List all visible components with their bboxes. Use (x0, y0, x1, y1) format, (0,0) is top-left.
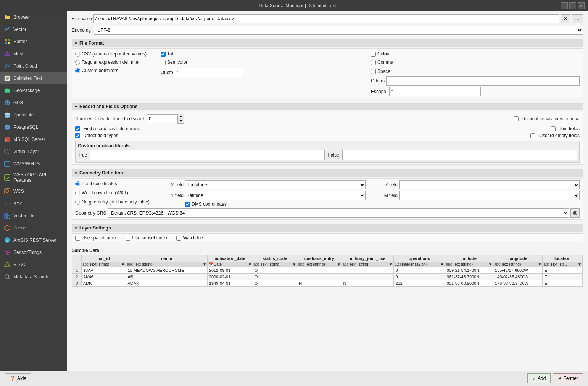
record-fields-section-header[interactable]: ▼ Record and Fields Options (72, 103, 583, 110)
customs-entry-header[interactable]: customs_entry abc Text (string) ▼ (297, 255, 342, 267)
svg-line-48 (8, 278, 10, 279)
spinner-up[interactable]: ▲ (178, 114, 184, 119)
close-button[interactable]: ✕ Fermer (553, 373, 583, 383)
sidebar-item-arcgis-rest[interactable]: A ArcGIS REST Server (0, 234, 67, 246)
scene-icon (3, 224, 11, 232)
sidebar-item-spatialite[interactable]: SpatiaLite (0, 109, 67, 121)
operations-cell: 232 (394, 280, 445, 287)
sidebar-item-stac[interactable]: STAC (0, 258, 67, 271)
sidebar-item-delimited-text[interactable]: Delimited Text (0, 72, 67, 84)
section-arrow: ▼ (74, 41, 78, 45)
sidebar-item-wfs-ogc[interactable]: WFS / OGC API - Features (0, 170, 67, 185)
sidebar-item-geopackage[interactable]: GeoPackage (0, 84, 67, 97)
discard-empty-checkbox[interactable] (530, 133, 535, 138)
status_code-cell: O (253, 280, 297, 287)
true-input[interactable] (90, 150, 325, 160)
crs-select-button[interactable] (570, 208, 580, 218)
detect-field-types-checkbox[interactable] (75, 133, 80, 138)
svg-text:XYZ: XYZ (5, 202, 11, 206)
sidebar-label: GeoPackage (13, 88, 40, 93)
sidebar-item-pointcloud[interactable]: Point Cloud (0, 60, 67, 72)
false-input[interactable] (342, 150, 577, 160)
file-browse-button[interactable]: … (572, 14, 583, 23)
dms-coords-label: DMS coordinates (192, 202, 227, 207)
comma-checkbox[interactable] (371, 60, 376, 65)
colon-checkbox[interactable] (371, 52, 376, 57)
x-field-select[interactable]: longitude (185, 180, 366, 189)
sidebar-item-mesh[interactable]: Mesh (0, 48, 67, 60)
regex-radio[interactable] (75, 60, 80, 65)
status-code-header[interactable]: status_code abc Text (string) ▼ (253, 255, 297, 267)
use-spatial-index-checkbox[interactable] (75, 236, 80, 241)
z-field-select[interactable] (399, 180, 580, 189)
maximize-button[interactable]: □ (569, 2, 576, 9)
point-coords-radio[interactable] (75, 181, 80, 186)
sidebar-item-metadata-search[interactable]: Metadata Search (0, 271, 67, 283)
file-format-section-header[interactable]: ▼ File Format (72, 39, 583, 47)
svg-rect-33 (5, 175, 10, 180)
trim-fields-checkbox[interactable] (551, 126, 556, 131)
location-header[interactable]: location abc Text (str... ▼ (543, 255, 583, 267)
quote-input[interactable] (175, 68, 243, 77)
operations-header[interactable]: operations 123 Integer (32 bit) ▼ (394, 255, 445, 267)
wkt-radio[interactable] (75, 191, 80, 195)
custom-radio[interactable] (75, 68, 80, 73)
csv-radio[interactable] (75, 52, 80, 57)
semicolon-checkbox[interactable] (161, 60, 166, 65)
sidebar-item-wms-wmts[interactable]: WMS/WMTS (0, 158, 67, 170)
layer-settings-section-header[interactable]: ▼ Layer Settings (72, 224, 583, 232)
sidebar-item-vector-tile[interactable]: Vector Tile (0, 210, 67, 222)
svg-rect-16 (5, 89, 10, 93)
others-input[interactable] (386, 76, 580, 86)
svg-rect-40 (8, 216, 10, 218)
sample-data-container[interactable]: loc_id abc Text (string) ▼ name (72, 255, 583, 287)
watch-file-checkbox[interactable] (176, 236, 181, 241)
svg-point-26 (5, 128, 10, 130)
close-window-button[interactable]: ✕ (578, 2, 585, 9)
sidebar-item-scene[interactable]: Scene (0, 222, 67, 234)
geometry-crs-select[interactable]: Default CRS: EPSG:4326 - WGS 84 (108, 208, 569, 218)
customs_entry-cell (297, 274, 342, 280)
spinner-buttons: ▲ ▼ (177, 114, 184, 124)
customs_entry-cell: N (297, 280, 342, 287)
filename-input[interactable] (93, 14, 559, 23)
sidebar-item-xyz[interactable]: XYZ XYZ (0, 197, 67, 210)
use-subset-index-checkbox[interactable] (126, 236, 130, 241)
sidebar-item-wcs[interactable]: WCS (0, 185, 67, 197)
space-checkbox[interactable] (371, 69, 376, 74)
escape-input[interactable] (389, 87, 481, 96)
file-clear-button[interactable]: ✕ (561, 14, 570, 23)
window-controls[interactable]: ─ □ ✕ (561, 2, 585, 9)
sidebar-item-sensor-things[interactable]: SensorThings (0, 246, 67, 258)
tab-checkbox[interactable] (161, 52, 166, 57)
aide-button[interactable]: ❓ Aide (5, 373, 31, 383)
y-field-select[interactable]: latitude (185, 191, 366, 200)
decimal-separator-checkbox[interactable] (514, 116, 519, 121)
no-geometry-radio[interactable] (75, 200, 80, 205)
military-joint-use-header[interactable]: military_joint_use abc Text (string) ▼ (342, 255, 394, 267)
latitude-header[interactable]: latitude abc Text (string) ▼ (445, 255, 493, 267)
dms-coords-checkbox[interactable] (185, 202, 190, 207)
sidebar-item-postgresql[interactable]: PostgreSQL (0, 121, 67, 133)
header-lines-input[interactable] (147, 114, 177, 123)
spinner-down[interactable]: ▼ (178, 119, 184, 123)
sidebar-item-raster[interactable]: Raster (0, 36, 67, 48)
name-header[interactable]: name abc Text (string) ▼ (126, 255, 207, 267)
quote-row: Quote (161, 68, 369, 77)
add-button[interactable]: ✓ Add (527, 373, 551, 383)
m-field-select[interactable] (399, 191, 580, 200)
sidebar-item-virtual-layer[interactable]: Virtual Layer (0, 145, 67, 158)
sidebar-item-mssql[interactable]: S MS SQL Server (0, 133, 67, 145)
encoding-select[interactable]: UTF-8 (94, 26, 583, 35)
activation-date-header[interactable]: activation_date 📅 Date ▼ (207, 255, 253, 267)
longitude-header[interactable]: longitude abc Text (string) ▼ (493, 255, 542, 267)
minimize-button[interactable]: ─ (561, 2, 568, 9)
sidebar-item-browser[interactable]: Browser (0, 11, 67, 23)
sidebar-item-vector[interactable]: Vector (0, 23, 67, 36)
point-coords-label: Point coordinates (82, 181, 117, 186)
first-record-checkbox[interactable] (75, 126, 80, 131)
sidebar-item-gps[interactable]: GPS (0, 97, 67, 109)
geometry-section-header[interactable]: ▼ Geometry Definition (72, 169, 583, 177)
sidebar-label: WCS (13, 189, 24, 194)
loc-id-header[interactable]: loc_id abc Text (string) ▼ (82, 255, 126, 267)
